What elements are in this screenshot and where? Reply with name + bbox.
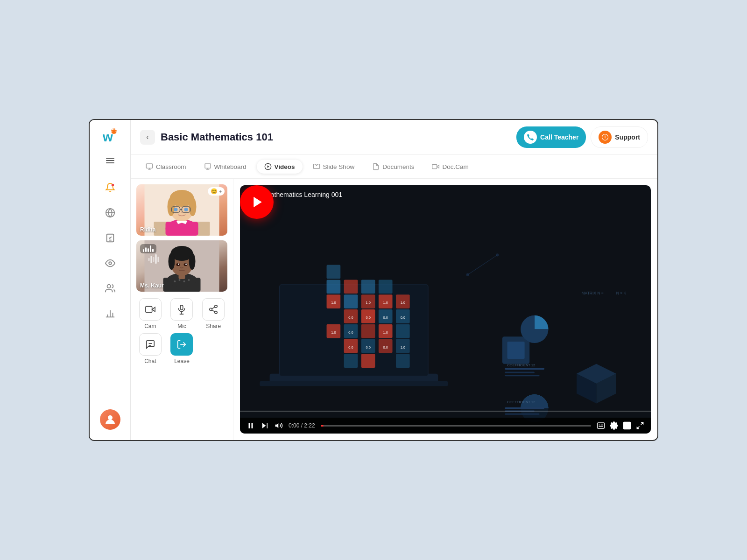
hamburger-menu-icon[interactable] <box>105 155 115 168</box>
call-teacher-button[interactable]: Call Teacher <box>516 126 586 148</box>
sidebar-explore-icon[interactable] <box>101 203 120 222</box>
svg-text:1.0: 1.0 <box>401 301 405 305</box>
svg-point-143 <box>466 273 469 276</box>
svg-point-43 <box>174 208 178 211</box>
mic-overlay-kaur <box>140 244 156 253</box>
volume-button[interactable] <box>275 421 283 430</box>
chat-label: Chat <box>144 358 156 364</box>
svg-rect-30 <box>432 164 437 168</box>
video-container: Basic Mathematics Learning 001 <box>240 185 651 434</box>
svg-rect-49 <box>155 254 157 264</box>
svg-marker-148 <box>262 423 266 428</box>
svg-rect-115 <box>396 324 410 338</box>
svg-rect-99 <box>379 280 393 294</box>
emoji-badge-ridha: 😊 + <box>208 187 225 196</box>
svg-point-59 <box>189 253 196 270</box>
participant-name-ridha: Ridha <box>140 226 155 233</box>
share-control[interactable]: Share <box>199 298 227 329</box>
play-button[interactable] <box>240 185 274 219</box>
tab-documents[interactable]: Documents <box>365 160 422 174</box>
participant-card-kaur: Ms. Kaur <box>136 240 227 292</box>
svg-line-142 <box>468 255 498 274</box>
header: ‹ Basic Mathematics 101 Call Teacher <box>131 120 657 155</box>
video-time-display: 0:00 / 2:22 <box>289 422 315 429</box>
svg-text:0.0: 0.0 <box>401 315 405 320</box>
svg-rect-21 <box>146 164 152 168</box>
svg-point-44 <box>184 208 188 211</box>
tab-classroom[interactable]: Classroom <box>138 160 194 174</box>
svg-rect-47 <box>151 256 152 263</box>
tab-whiteboard[interactable]: Whiteboard <box>197 160 254 174</box>
sidebar-tasks-icon[interactable] <box>101 229 120 247</box>
sidebar-analytics-icon[interactable] <box>101 304 120 323</box>
svg-point-20 <box>108 415 113 420</box>
mic-icon-wrap <box>170 298 193 321</box>
svg-point-65 <box>174 280 176 282</box>
support-label: Support <box>615 133 640 141</box>
svg-point-62 <box>178 264 179 265</box>
tab-doccam[interactable]: Doc.Cam <box>424 160 476 174</box>
mic-control[interactable]: Mic <box>168 298 196 329</box>
svg-text:0.0: 0.0 <box>366 315 370 320</box>
tab-videos[interactable]: Videos <box>257 160 303 174</box>
matrix-visualization: 1.0 0.0 1.0 0.0 <box>240 185 651 434</box>
video-scrubber[interactable] <box>321 425 591 427</box>
miniplayer-button[interactable] <box>623 421 631 430</box>
video-controls-bar: 0:00 / 2:22 <box>240 418 651 434</box>
participant-name-kaur: Ms. Kaur <box>140 282 164 289</box>
svg-text:0.0: 0.0 <box>348 345 353 350</box>
leave-icon-wrap <box>170 333 193 356</box>
svg-text:N × K: N × K <box>616 291 627 295</box>
support-button[interactable]: Support <box>591 126 648 148</box>
svg-text:0.0: 0.0 <box>348 315 353 320</box>
svg-rect-147 <box>252 423 253 428</box>
video-right-controls <box>597 421 644 430</box>
tab-slideshow[interactable]: Slide Show <box>305 160 362 174</box>
svg-rect-69 <box>146 307 152 313</box>
svg-point-68 <box>188 279 190 281</box>
main-content: ‹ Basic Mathematics 101 Call Teacher <box>131 120 657 440</box>
svg-text:COEFFICIENT 12: COEFFICIENT 12 <box>507 363 536 367</box>
svg-point-63 <box>185 264 187 265</box>
leave-label: Leave <box>174 358 190 364</box>
svg-rect-29 <box>313 164 319 168</box>
svg-text:MATRIX N =: MATRIX N = <box>582 291 604 295</box>
chat-control[interactable]: Chat <box>136 333 164 364</box>
svg-rect-94 <box>361 280 375 294</box>
sidebar-users-icon[interactable] <box>101 279 120 298</box>
body-area: 😊 + Ridha <box>131 179 657 440</box>
settings-button[interactable] <box>610 421 618 430</box>
sidebar-notifications-icon[interactable] <box>101 178 120 197</box>
svg-rect-124 <box>396 354 410 368</box>
svg-point-15 <box>107 285 110 288</box>
svg-rect-89 <box>344 294 358 308</box>
svg-point-73 <box>215 305 218 308</box>
left-panel: 😊 + Ridha <box>131 179 233 440</box>
support-icon <box>599 131 612 144</box>
skip-button[interactable] <box>261 421 269 430</box>
user-avatar[interactable] <box>100 409 120 430</box>
cam-control[interactable]: Cam <box>136 298 164 329</box>
svg-text:0.0: 0.0 <box>366 345 370 350</box>
svg-rect-129 <box>505 372 535 373</box>
call-icon <box>524 131 537 144</box>
svg-rect-130 <box>505 375 539 376</box>
fullscreen-button[interactable] <box>636 421 644 430</box>
svg-text:0.0: 0.0 <box>383 315 388 320</box>
pause-button[interactable] <box>247 421 255 430</box>
tabs-bar: Classroom Whiteboard Videos Slide Show D… <box>131 155 657 179</box>
sidebar-watch-icon[interactable] <box>101 254 120 273</box>
svg-point-14 <box>109 262 112 265</box>
subtitles-button[interactable] <box>597 421 605 430</box>
svg-rect-46 <box>148 258 150 261</box>
svg-rect-48 <box>153 257 155 262</box>
cam-icon-wrap <box>139 298 162 321</box>
call-teacher-label: Call Teacher <box>540 133 578 141</box>
svg-rect-128 <box>505 368 544 370</box>
leave-control[interactable]: Leave <box>168 333 196 364</box>
svg-rect-151 <box>598 423 605 428</box>
back-button[interactable]: ‹ <box>140 130 155 145</box>
svg-point-67 <box>183 280 185 282</box>
svg-marker-145 <box>254 197 262 208</box>
svg-point-75 <box>215 311 218 314</box>
